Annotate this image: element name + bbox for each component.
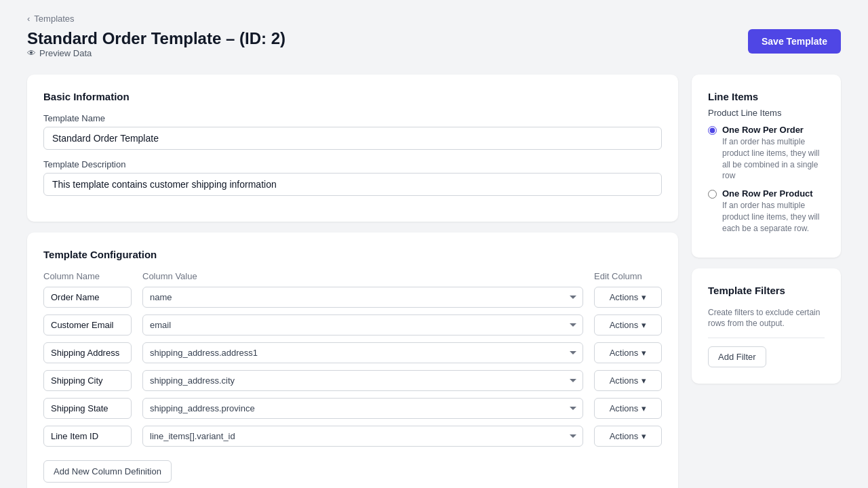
table-row: shipping_address.province Actions ▾ — [43, 398, 662, 419]
basic-info-title: Basic Information — [43, 91, 662, 102]
actions-label: Actions — [610, 320, 639, 330]
col-value-select[interactable]: shipping_address.province — [142, 398, 583, 419]
col-value-header: Column Value — [142, 271, 583, 281]
table-row: line_items[].variant_id Actions ▾ — [43, 426, 662, 447]
add-filter-button[interactable]: Add Filter — [708, 346, 766, 367]
actions-label: Actions — [610, 348, 639, 358]
col-name-header: Column Name — [43, 271, 132, 281]
basic-info-card: Basic Information Template Name Template… — [27, 75, 678, 222]
preview-label: Preview Data — [39, 48, 92, 58]
chevron-down-icon: ▾ — [642, 348, 646, 358]
template-filters-title: Template Filters — [708, 285, 825, 296]
breadcrumb-link[interactable]: Templates — [34, 14, 74, 24]
col-value-select[interactable]: shipping_address.address1 — [142, 342, 583, 363]
one-row-per-product-option[interactable]: One Row Per Product If an order has mult… — [708, 188, 825, 234]
template-desc-input[interactable] — [43, 173, 662, 196]
page-header: Standard Order Template – (ID: 2) 👁 Prev… — [27, 29, 841, 70]
add-column-button[interactable]: Add New Column Definition — [43, 460, 172, 483]
breadcrumb: ‹ Templates — [27, 14, 841, 24]
one-row-per-product-desc: If an order has multiple product line it… — [722, 200, 825, 234]
edit-col-header: Edit Column — [594, 271, 662, 281]
col-value-select[interactable]: line_items[].variant_id — [142, 426, 583, 447]
page-title: Standard Order Template – (ID: 2) — [27, 29, 285, 48]
one-row-per-order-radio[interactable] — [708, 126, 717, 135]
line-items-card: Line Items Product Line Items One Row Pe… — [692, 75, 841, 258]
actions-button[interactable]: Actions ▾ — [594, 370, 662, 391]
actions-button[interactable]: Actions ▾ — [594, 287, 662, 308]
actions-button[interactable]: Actions ▾ — [594, 342, 662, 363]
title-area: Standard Order Template – (ID: 2) 👁 Prev… — [27, 29, 285, 70]
one-row-per-order-desc: If an order has multiple product line it… — [722, 136, 825, 182]
actions-label: Actions — [610, 292, 639, 302]
template-config-card: Template Configuration Column Name Colum… — [27, 232, 678, 488]
table-row: email Actions ▾ — [43, 314, 662, 336]
chevron-down-icon: ▾ — [642, 292, 646, 302]
chevron-down-icon: ▾ — [642, 431, 646, 441]
col-value-select[interactable]: email — [142, 314, 583, 336]
chevron-left-icon: ‹ — [27, 14, 30, 24]
template-name-label: Template Name — [43, 113, 662, 123]
filter-description: Create filters to exclude certain rows f… — [708, 307, 825, 330]
one-row-per-product-radio[interactable] — [708, 190, 717, 199]
one-row-per-order-option[interactable]: One Row Per Order If an order has multip… — [708, 125, 825, 182]
template-name-group: Template Name — [43, 113, 662, 150]
chevron-down-icon: ▾ — [642, 403, 646, 413]
eye-icon: 👁 — [27, 48, 36, 58]
actions-label: Actions — [610, 431, 639, 441]
col-name-field[interactable] — [43, 370, 132, 391]
col-name-field[interactable] — [43, 287, 132, 308]
table-row: name Actions ▾ — [43, 287, 662, 308]
col-value-select[interactable]: shipping_address.city — [142, 370, 583, 391]
save-template-button[interactable]: Save Template — [748, 29, 841, 54]
product-line-label: Product Line Items — [708, 108, 825, 118]
col-name-field[interactable] — [43, 314, 132, 336]
col-name-field[interactable] — [43, 398, 132, 419]
template-filters-card: Template Filters Create filters to exclu… — [692, 268, 841, 384]
template-desc-group: Template Description — [43, 159, 662, 196]
template-name-input[interactable] — [43, 127, 662, 150]
col-name-field[interactable] — [43, 426, 132, 447]
one-row-per-product-content: One Row Per Product If an order has mult… — [722, 188, 825, 234]
one-row-per-order-label: One Row Per Order — [722, 125, 825, 135]
actions-button[interactable]: Actions ▾ — [594, 314, 662, 336]
chevron-down-icon: ▾ — [642, 375, 646, 386]
col-name-field[interactable] — [43, 342, 132, 363]
divider — [708, 338, 825, 338]
one-row-per-order-content: One Row Per Order If an order has multip… — [722, 125, 825, 182]
actions-label: Actions — [610, 375, 639, 386]
column-headers: Column Name Column Value Edit Column — [43, 271, 662, 287]
right-column: Line Items Product Line Items One Row Pe… — [692, 75, 841, 384]
template-desc-label: Template Description — [43, 159, 662, 169]
col-value-select[interactable]: name — [142, 287, 583, 308]
actions-button[interactable]: Actions ▾ — [594, 426, 662, 447]
one-row-per-product-label: One Row Per Product — [722, 188, 825, 199]
actions-button[interactable]: Actions ▾ — [594, 398, 662, 419]
chevron-down-icon: ▾ — [642, 320, 646, 330]
line-items-title: Line Items — [708, 91, 825, 102]
template-config-title: Template Configuration — [43, 249, 662, 260]
actions-label: Actions — [610, 403, 639, 413]
preview-data-link[interactable]: 👁 Preview Data — [27, 48, 285, 58]
left-column: Basic Information Template Name Template… — [27, 75, 678, 488]
table-row: shipping_address.address1 Actions ▾ — [43, 342, 662, 363]
main-layout: Basic Information Template Name Template… — [27, 75, 841, 488]
table-row: shipping_address.city Actions ▾ — [43, 370, 662, 391]
